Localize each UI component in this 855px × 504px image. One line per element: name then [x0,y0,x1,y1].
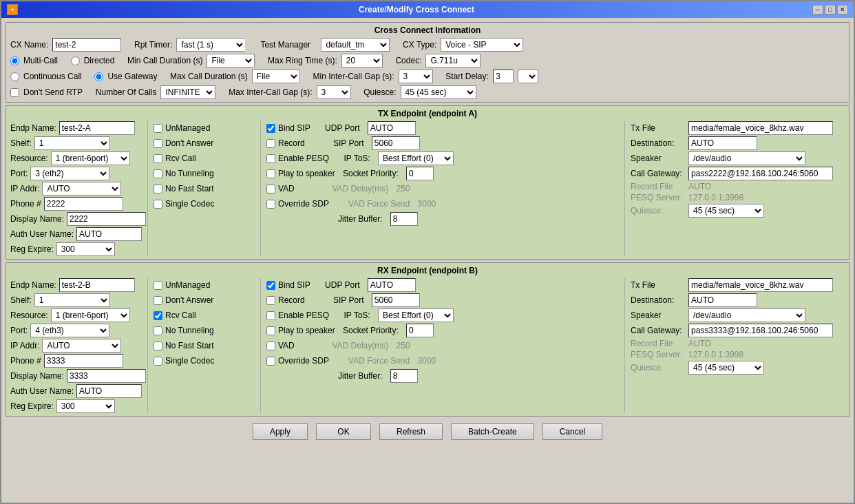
tx-quiesce-select[interactable]: 45 (45 sec) [688,204,764,218]
tx-speaker-select[interactable]: /dev/audio [688,151,805,165]
max-inter-call-select[interactable]: 3 [317,85,351,99]
rx-unmanaged-label: UnManaged [165,280,210,290]
tx-endp-name-input[interactable] [59,121,135,135]
rx-single-codec-cb[interactable] [154,357,162,366]
tx-call-gw-input[interactable] [688,167,833,180]
tx-bind-sip-cb[interactable] [266,124,275,133]
rx-record-cb[interactable] [266,296,275,305]
rx-quiesce-select[interactable]: 45 (45 sec) [688,361,764,375]
refresh-button[interactable]: Refresh [379,423,443,440]
tx-socket-priority-input[interactable] [406,167,434,180]
rx-udp-port-input[interactable] [368,278,416,292]
tx-vad-cb[interactable] [266,185,275,193]
tx-jitter-input[interactable] [390,212,418,226]
tx-override-sdp-label: Override SDP [278,199,329,209]
tx-record-cb[interactable] [266,139,275,148]
cc-row-2: Multi-Call Directed Min Call Duration (s… [10,54,845,67]
rpt-timer-select[interactable]: fast (1 s) [176,38,245,52]
tx-ip-select[interactable]: AUTO [42,182,121,196]
rx-resource-select[interactable]: 1 (brent-6port) [51,308,130,322]
rx-jitter-input[interactable] [390,369,418,383]
tx-auth-input[interactable] [76,227,142,241]
cx-name-input[interactable] [52,38,121,52]
tx-port-select[interactable]: 3 (eth2) [30,167,109,180]
tx-play-speaker-cb[interactable] [266,169,275,178]
rx-shelf-select[interactable]: 1 [34,293,110,307]
close-button[interactable]: ✕ [837,5,848,14]
rx-no-tunneling-label: No Tunneling [165,326,214,335]
minimize-button[interactable]: ─ [812,5,823,14]
rx-ip-tos-select[interactable]: Best Effort (0) [378,308,454,322]
directed-radio[interactable] [71,56,80,65]
tx-enable-pesq-cb[interactable] [266,154,275,163]
ok-button[interactable]: OK [316,423,371,440]
dont-send-rtp-checkbox[interactable] [10,88,19,97]
rx-call-gw-input[interactable] [688,324,833,337]
cc-row-4: Don't Send RTP Number Of Calls INFINITE … [10,85,845,99]
maximize-button[interactable]: □ [825,5,836,14]
rx-enable-pesq-cb[interactable] [266,311,275,320]
tx-single-codec-cb[interactable] [154,200,162,209]
continuous-call-radio[interactable] [10,72,19,81]
multi-call-label: Multi-Call [23,56,58,65]
multi-call-radio[interactable] [10,56,19,65]
rx-bind-sip-cb[interactable] [266,281,275,290]
rx-reg-select[interactable]: 300 [56,399,115,413]
rx-auth-input[interactable] [76,384,142,398]
max-ring-time-select[interactable]: 20 [341,54,383,67]
tx-no-fast-start-cb[interactable] [154,185,162,193]
rx-rcv-call-cb[interactable] [154,311,162,320]
min-inter-call-select[interactable]: 3 [399,70,433,83]
rx-unmanaged-cb[interactable] [154,281,162,290]
max-call-dur-select[interactable]: File [252,70,300,83]
rx-dont-answer-cb[interactable] [154,296,162,305]
tx-udp-port-input[interactable] [368,121,416,135]
tx-override-sdp-cb[interactable] [266,200,275,209]
tx-reg-select[interactable]: 300 [56,242,115,256]
tx-unmanaged-cb[interactable] [154,124,162,133]
cancel-button[interactable]: Cancel [542,423,602,440]
start-delay-select[interactable] [518,70,538,83]
rx-port-select[interactable]: 4 (eth3) [30,324,109,337]
tx-sip-port-input[interactable] [372,136,420,150]
tx-shelf-select[interactable]: 1 [34,136,110,150]
apply-button[interactable]: Apply [253,423,308,440]
rx-override-sdp-cb[interactable] [266,357,275,366]
tx-display-input[interactable] [67,212,146,226]
rx-jitter-label: Jitter Buffer: [338,371,382,381]
rx-ip-select[interactable]: AUTO [42,339,121,353]
tx-ip-tos-select[interactable]: Best Effort (0) [378,151,454,165]
num-calls-select[interactable]: INFINITE [160,85,215,99]
tx-phone-input[interactable] [44,197,123,211]
tx-no-tunneling-cb[interactable] [154,169,162,178]
tx-resource-select[interactable]: 1 (brent-6port) [51,151,130,165]
rx-record-file-value: AUTO [688,339,711,348]
rx-no-fast-start-cb[interactable] [154,342,162,350]
rx-dest-row: Destination: [631,293,845,307]
start-delay-input[interactable] [493,70,514,83]
rx-phone-input[interactable] [44,354,123,368]
batch-create-button[interactable]: Batch-Create [451,423,534,440]
rx-display-input[interactable] [67,369,146,383]
codec-select[interactable]: G.711u [425,54,481,67]
quiesce-select-cc[interactable]: 45 (45 sec) [401,85,476,99]
tx-dont-answer-cb[interactable] [154,139,162,148]
tx-enable-pesq-label: Enable PESQ [278,154,329,163]
rx-play-speaker-cb[interactable] [266,326,275,335]
test-manager-select[interactable]: default_tm [321,38,390,52]
min-call-dur-select[interactable]: File [207,54,255,67]
rx-txfile-input[interactable] [688,278,833,292]
rx-dest-input[interactable] [688,293,757,307]
rx-socket-priority-input[interactable] [406,324,434,337]
rx-vad-cb[interactable] [266,342,275,350]
tx-dest-input[interactable] [688,136,757,150]
tx-txfile-input[interactable] [688,121,833,135]
use-gateway-radio[interactable] [94,72,103,81]
tx-rcv-call-cb[interactable] [154,154,162,163]
cx-type-select[interactable]: Voice - SIP [441,38,523,52]
rx-speaker-select[interactable]: /dev/audio [688,308,805,322]
rx-endp-name-input[interactable] [59,278,135,292]
rx-sip-port-input[interactable] [372,293,420,307]
rx-bind-sip-row: Bind SIP UDP Port [266,278,622,292]
rx-no-tunneling-cb[interactable] [154,326,162,335]
